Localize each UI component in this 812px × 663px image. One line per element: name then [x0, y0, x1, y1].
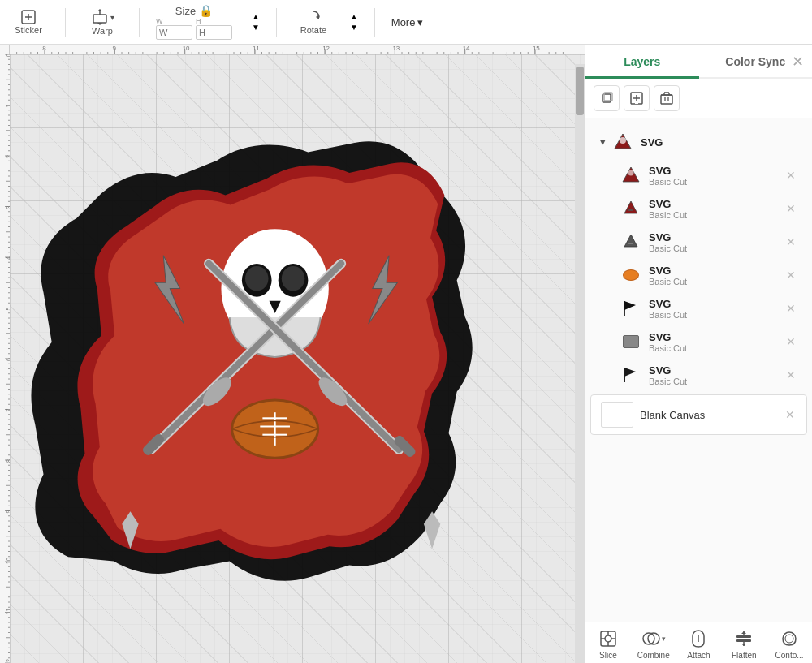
layer-close-5[interactable]: ✕: [784, 300, 797, 316]
rotate-down[interactable]: ▼: [350, 23, 358, 32]
right-panel: Layers Color Sync ✕: [585, 45, 812, 663]
layer-item-4[interactable]: SVG Basic Cut ✕: [590, 259, 807, 291]
combine-tool[interactable]: ▾ Combine: [636, 629, 672, 660]
layer-name-1: SVG: [649, 165, 778, 177]
size-label: Size: [175, 5, 196, 17]
group-info: SVG: [641, 136, 797, 149]
layer-item-1[interactable]: SVG Basic Cut ✕: [590, 159, 807, 192]
sticker-tool[interactable]: Sticker: [8, 9, 49, 35]
grid-canvas[interactable]: [10, 54, 585, 663]
up-down-arrows: ▲ ▼: [252, 12, 260, 32]
layer-close-7[interactable]: ✕: [784, 367, 797, 383]
tab-layers[interactable]: Layers: [585, 49, 699, 79]
layer-icon-5: [621, 299, 641, 318]
width-input[interactable]: [156, 25, 192, 40]
svg-point-46: [620, 137, 626, 144]
svg-point-48: [628, 170, 634, 176]
ruler-left: [0, 54, 10, 663]
combine-label: Combine: [637, 651, 670, 660]
layer-icon-3: [621, 232, 641, 252]
svg-point-12: [281, 266, 304, 291]
duplicate-icon: [600, 92, 613, 105]
panel-close-button[interactable]: ✕: [792, 53, 804, 71]
blank-canvas-item[interactable]: Blank Canvas ✕: [590, 394, 807, 435]
contour-tool[interactable]: Conto...: [771, 629, 807, 660]
layer-close-1[interactable]: ✕: [784, 167, 797, 183]
duplicate-layer-button[interactable]: [594, 85, 620, 111]
layer-thumb-4: [620, 264, 642, 286]
design-container[interactable]: [19, 123, 473, 594]
layer-info-2: SVG Basic Cut: [649, 198, 778, 220]
layer-item-2[interactable]: SVG Basic Cut ✕: [590, 192, 807, 225]
layer-close-4[interactable]: ✕: [784, 267, 797, 283]
layer-thumb-5: [620, 297, 642, 320]
warp-tool[interactable]: ▾ Warp: [82, 8, 123, 36]
rotate-up[interactable]: ▲: [350, 12, 358, 21]
add-layer-button[interactable]: [624, 85, 650, 111]
top-ruler-canvas: [10, 45, 570, 54]
left-ruler-canvas: [0, 54, 10, 663]
panel-icon-toolbar: [585, 79, 812, 118]
layer-item-3[interactable]: SVG Basic Cut ✕: [590, 226, 807, 258]
layer-type-5: Basic Cut: [649, 310, 778, 320]
up-arrow[interactable]: ▲: [252, 12, 260, 21]
slice-tool[interactable]: Slice: [590, 629, 626, 660]
layer-type-1: Basic Cut: [649, 177, 778, 187]
layer-info-4: SVG Basic Cut: [649, 265, 778, 286]
svg-point-54: [605, 635, 611, 642]
layer-info-6: SVG Basic Cut: [649, 331, 778, 353]
contour-icon: [780, 629, 799, 648]
layer-info-7: SVG Basic Cut: [649, 364, 778, 386]
attach-label: Attach: [687, 651, 710, 660]
flatten-tool[interactable]: Flatten: [726, 629, 762, 660]
attach-tool[interactable]: Attach: [680, 629, 716, 660]
rotate-tool[interactable]: Rotate: [293, 9, 334, 35]
canvas-area[interactable]: [0, 45, 585, 663]
svg-marker-65: [741, 631, 746, 634]
scrollbar-thumb[interactable]: [576, 67, 584, 115]
svg-marker-7: [316, 15, 319, 19]
ruler-corner: [0, 45, 10, 54]
layer-thumb-2: [620, 197, 642, 220]
layer-item-7[interactable]: SVG Basic Cut ✕: [590, 359, 807, 391]
layer-item-6[interactable]: SVG Basic Cut ✕: [590, 325, 807, 358]
contour-label: Conto...: [775, 651, 804, 660]
layer-item-5[interactable]: SVG Basic Cut ✕: [590, 292, 807, 325]
warp-label: Warp: [92, 26, 113, 36]
layer-type-3: Basic Cut: [649, 243, 778, 253]
lock-icon: 🔒: [199, 4, 213, 17]
design-svg: [19, 123, 473, 594]
down-arrow[interactable]: ▼: [252, 23, 260, 32]
divider-4: [374, 8, 375, 37]
height-input-container: H: [196, 17, 232, 40]
sticker-icon: [20, 9, 37, 25]
layer-name-4: SVG: [649, 265, 778, 277]
blank-canvas-close[interactable]: ✕: [784, 407, 797, 423]
layer-icon-1: [621, 166, 641, 185]
main-toolbar: Sticker ▾ Warp Size 🔒 W H: [0, 0, 812, 45]
svg-point-11: [245, 266, 269, 291]
delete-layer-button[interactable]: [654, 85, 680, 111]
layer-close-3[interactable]: ✕: [784, 234, 797, 250]
layers-list: ▾ SVG: [585, 118, 812, 622]
layer-type-2: Basic Cut: [649, 210, 778, 220]
layer-close-6[interactable]: ✕: [784, 334, 797, 350]
more-button[interactable]: More ▾: [391, 16, 424, 28]
main-area: Layers Color Sync ✕: [0, 45, 812, 663]
svg-marker-49: [624, 201, 637, 213]
layer-info-5: SVG Basic Cut: [649, 298, 778, 320]
layer-group-header[interactable]: ▾ SVG: [590, 126, 807, 158]
blank-canvas-thumb: [601, 402, 633, 428]
group-svg-icon: [613, 132, 633, 152]
more-dropdown-icon: ▾: [417, 16, 423, 28]
svg-rect-3: [93, 15, 106, 23]
layer-info-1: SVG Basic Cut: [649, 165, 778, 187]
layer-info-3: SVG Basic Cut: [649, 231, 778, 253]
layer-close-2[interactable]: ✕: [784, 200, 797, 217]
layer-name-3: SVG: [649, 231, 778, 243]
scrollbar-vertical[interactable]: [575, 64, 585, 663]
group-thumb: [611, 131, 634, 153]
more-label: More: [391, 16, 416, 28]
height-input[interactable]: [196, 25, 232, 40]
rotate-label: Rotate: [300, 25, 326, 35]
